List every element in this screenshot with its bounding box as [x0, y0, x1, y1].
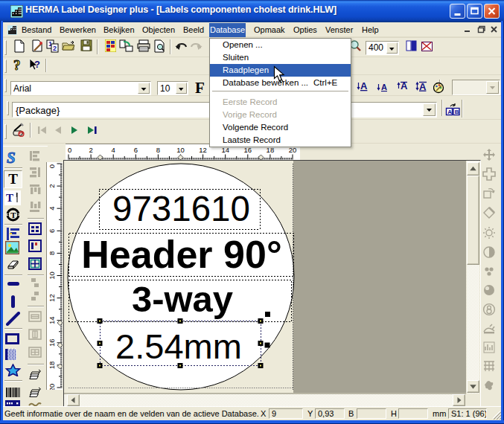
- svg-text:2: 2: [53, 45, 57, 52]
- svg-text:A: A: [360, 80, 368, 91]
- svg-text:16: 16: [48, 339, 56, 347]
- svg-text:?: ?: [34, 59, 40, 70]
- svg-text:?: ?: [13, 57, 21, 72]
- svg-text:A: A: [401, 80, 408, 91]
- svg-text:2.54mm: 2.54mm: [115, 327, 242, 366]
- svg-text:A: A: [419, 81, 427, 92]
- svg-text:18: 18: [48, 362, 56, 370]
- svg-text:3-way: 3-way: [132, 279, 233, 319]
- svg-text:A: A: [447, 109, 452, 115]
- svg-text:9731610: 9731610: [112, 189, 250, 228]
- svg-text:8: 8: [156, 146, 160, 154]
- svg-text:2: 2: [89, 146, 92, 154]
- svg-text:10: 10: [176, 146, 185, 154]
- svg-text:B: B: [455, 109, 459, 115]
- svg-text:12: 12: [199, 146, 207, 154]
- svg-text:0: 0: [68, 146, 71, 154]
- svg-text:4: 4: [112, 146, 115, 154]
- svg-text:S: S: [7, 150, 16, 165]
- svg-text:A: A: [381, 83, 387, 91]
- svg-text:Header 90°: Header 90°: [81, 233, 281, 276]
- svg-text:6: 6: [134, 146, 138, 154]
- svg-text:0: 0: [48, 164, 56, 168]
- svg-text:T: T: [10, 211, 16, 219]
- svg-text:12: 12: [48, 294, 56, 302]
- svg-text:14: 14: [48, 316, 56, 324]
- svg-text:20: 20: [48, 384, 56, 390]
- svg-text:2: 2: [48, 184, 56, 187]
- svg-text:4: 4: [48, 207, 56, 211]
- svg-text:T: T: [6, 192, 13, 204]
- svg-text:6: 6: [48, 229, 56, 233]
- svg-text:8: 8: [48, 251, 56, 255]
- svg-text:10: 10: [48, 272, 56, 280]
